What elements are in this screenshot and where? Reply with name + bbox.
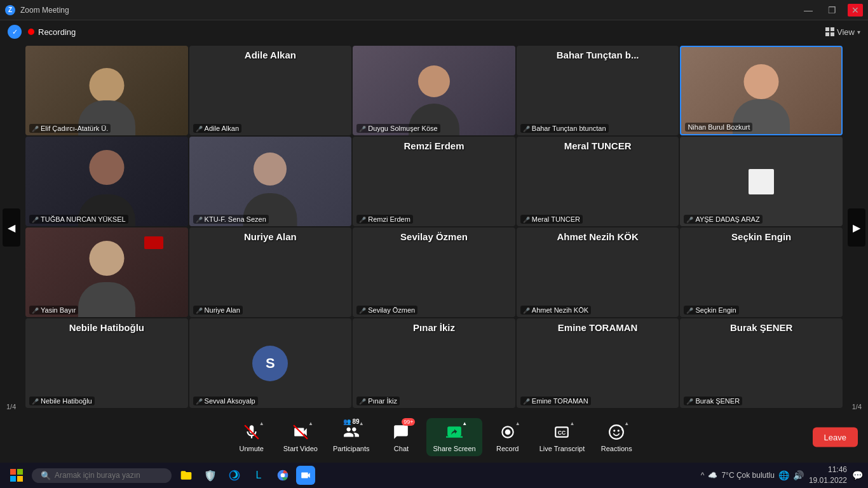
security-icon: ✓ xyxy=(8,25,22,39)
name-label: Meral TUNCER xyxy=(532,215,580,223)
svg-rect-10 xyxy=(17,469,23,475)
svg-text:CC: CC xyxy=(558,430,566,436)
name-label: Nebile Hatiboğlu xyxy=(41,397,92,405)
taskbar: 🔍 🛡️ L xyxy=(0,463,868,488)
participant-name-burak: Burak ŞENER xyxy=(684,396,742,405)
recording-dot xyxy=(28,29,34,35)
participant-name-nihan: Nihan Burul Bozkurt xyxy=(685,123,752,132)
leave-button[interactable]: Leave xyxy=(813,428,858,447)
maximize-button[interactable]: ❐ xyxy=(824,4,840,17)
share-screen-button[interactable]: ▲ Share Screen xyxy=(426,418,482,456)
video-cell-seckin: Seçkin Engin Seçkin Engin xyxy=(680,227,843,317)
live-transcript-label: Live Transcript xyxy=(539,445,585,452)
record-button[interactable]: ▲ Record xyxy=(485,418,531,456)
bottom-toolbar: ▲ Unmute ▲ Start Video ▲ 👥 89 Participan… xyxy=(0,412,868,463)
taskbar-app-files[interactable] xyxy=(175,464,197,486)
next-page-button[interactable]: ▶ xyxy=(848,208,865,247)
mic-icon xyxy=(686,397,693,405)
unmute-button[interactable]: ▲ Unmute xyxy=(229,418,275,456)
reactions-button[interactable]: ▲ Reactions xyxy=(593,418,639,456)
video-cell-burak: Burak ŞENER Burak ŞENER xyxy=(680,318,843,408)
mic-icon xyxy=(359,125,366,132)
mic-icon xyxy=(523,397,530,405)
mic-icon xyxy=(686,306,693,314)
close-button[interactable]: ✕ xyxy=(848,4,863,17)
taskbar-app-zoom[interactable] xyxy=(296,466,315,485)
participant-title-pinar: Pınar İkiz xyxy=(413,322,455,333)
view-label: View xyxy=(837,27,855,37)
page-indicator-left: 1/4 xyxy=(6,403,16,410)
start-video-label: Start Video xyxy=(283,445,318,452)
weather-text: 7°C Çok bulutlu xyxy=(721,471,775,480)
chat-icon: 99+ xyxy=(391,422,411,442)
live-transcript-button[interactable]: CC ▲ Live Transcript xyxy=(533,418,592,456)
participant-name-bahar: Bahar Tunçtan btunctan xyxy=(520,124,609,133)
mic-icon xyxy=(32,397,39,405)
system-tray: ^ ☁️ 7°C Çok bulutlu 🌐 🔊 xyxy=(701,470,804,480)
svg-point-14 xyxy=(281,473,285,478)
name-label: Yasin Bayır xyxy=(41,306,76,314)
name-label: Remzi Erdem xyxy=(368,215,410,223)
view-button[interactable]: View ▾ xyxy=(825,27,860,37)
minimize-button[interactable]: — xyxy=(800,4,817,17)
mic-icon xyxy=(359,215,366,223)
notification-icon[interactable]: 💬 xyxy=(852,470,863,480)
svg-rect-9 xyxy=(10,469,16,475)
video-icon: ▲ xyxy=(290,422,311,442)
recording-label: Recording xyxy=(38,27,76,37)
participant-title-burak: Burak ŞENER xyxy=(730,322,792,333)
participant-count: 89 xyxy=(353,418,360,425)
participant-name-ahmet: Ahmet Nezih KÖK xyxy=(520,306,591,315)
window-controls[interactable]: — ❐ ✕ xyxy=(800,4,863,17)
svg-rect-12 xyxy=(17,476,23,482)
participant-name-tugba: TUĞBA NURCAN YÜKSEL xyxy=(29,215,128,224)
participant-title-ahmet: Ahmet Nezih KÖK xyxy=(557,231,638,242)
participants-button[interactable]: ▲ 👥 89 Participants xyxy=(327,418,376,456)
video-cell-sena: KTU-F. Sena Sezen xyxy=(189,137,352,226)
clock: 11:46 19.01.2022 xyxy=(809,464,847,486)
taskbar-app-edge[interactable] xyxy=(224,464,245,486)
prev-page-button[interactable]: ◀ xyxy=(3,208,20,247)
name-label: TUĞBA NURCAN YÜKSEL xyxy=(41,215,126,223)
reactions-label: Reactions xyxy=(601,445,632,452)
participants-label: Participants xyxy=(333,445,369,452)
mic-icon xyxy=(359,397,366,405)
tray-chevron[interactable]: ^ xyxy=(701,471,705,480)
video-cell-tugba: TUĞBA NURCAN YÜKSEL xyxy=(25,137,188,226)
name-label: Seçkin Engin xyxy=(695,306,736,314)
start-video-button[interactable]: ▲ Start Video xyxy=(277,418,324,456)
video-cell-emine: Emine TORAMAN Emine TORAMAN xyxy=(517,318,679,408)
unmute-chevron: ▲ xyxy=(259,421,264,426)
taskbar-apps: 🛡️ L xyxy=(175,464,315,486)
unmute-icon: ▲ xyxy=(241,422,262,442)
window-title: Zoom Meeting xyxy=(20,6,69,15)
search-box[interactable]: 🔍 xyxy=(32,468,172,483)
mic-icon xyxy=(32,306,39,314)
share-screen-label: Share Screen xyxy=(433,445,475,452)
taskbar-app-shield[interactable]: 🛡️ xyxy=(200,464,221,486)
participant-name-duygu: Duygu Solmuşer Köse xyxy=(356,124,440,133)
participant-title-seckin: Seçkin Engin xyxy=(731,231,791,242)
participant-name-sena: KTU-F. Sena Sezen xyxy=(193,215,269,224)
participant-name-pinar: Pınar İkiz xyxy=(356,396,400,405)
chat-badge: 99+ xyxy=(402,418,415,426)
start-button[interactable] xyxy=(5,464,28,487)
search-input[interactable] xyxy=(55,471,156,480)
chat-button[interactable]: 99+ Chat xyxy=(378,418,424,456)
taskbar-app-lync[interactable]: L xyxy=(248,464,269,486)
reactions-chevron: ▲ xyxy=(624,421,629,426)
participant-title-sevilay: Sevilay Özmen xyxy=(400,231,468,242)
video-cell-nuriye: Nuriye Alan Nuriye Alan xyxy=(189,227,352,317)
participant-name-remzi: Remzi Erdem xyxy=(356,215,413,224)
mic-icon xyxy=(523,306,530,314)
page-indicator-right: 1/4 xyxy=(852,403,862,410)
time-display: 11:46 xyxy=(809,464,847,475)
video-cell-elif: Elif Çadırcı-Atatürk Ü. xyxy=(25,46,188,135)
taskbar-app-chrome[interactable] xyxy=(272,464,294,486)
live-transcript-icon: CC ▲ xyxy=(552,422,572,442)
name-label: KTU-F. Sena Sezen xyxy=(205,215,266,223)
avatar-sevval: S xyxy=(252,346,288,381)
video-cell-sevilay: Sevilay Özmen Sevilay Özmen xyxy=(353,227,515,317)
video-chevron: ▲ xyxy=(308,421,313,426)
share-screen-icon: ▲ xyxy=(444,422,465,442)
